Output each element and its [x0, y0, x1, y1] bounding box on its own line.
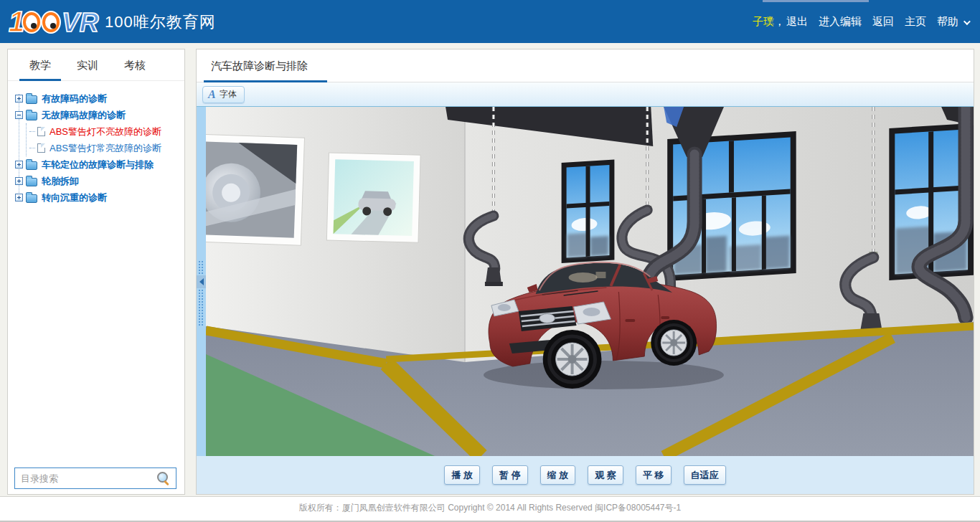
observe-button[interactable]: 观 察: [588, 465, 623, 485]
folder-icon: [26, 161, 37, 170]
document-icon: [37, 127, 45, 136]
content-tabbar: 汽车故障诊断与排除: [197, 49, 974, 82]
font-a-icon: A: [208, 89, 216, 100]
tree-node-folder[interactable]: 车轮定位的故障诊断与排除: [15, 156, 184, 173]
tree-children: ABS警告灯不亮故障的诊断 ABS警告灯常亮故障的诊断: [26, 123, 184, 156]
tab-teaching[interactable]: 教学: [17, 49, 64, 80]
search-icon[interactable]: [157, 472, 170, 485]
folder-open-icon: [26, 112, 37, 120]
tab-assessment[interactable]: 考核: [111, 49, 159, 80]
zoom-button[interactable]: 缩 放: [540, 465, 576, 485]
tree-node-folder[interactable]: 无故障码故障的诊断: [15, 107, 184, 123]
footer: 版权所有：厦门凤凰创壹软件有限公司 Copyright © 2014 All R…: [0, 496, 980, 522]
catalog-search: [14, 468, 176, 489]
enter-edit-link[interactable]: 进入编辑: [819, 15, 862, 29]
search-input[interactable]: [15, 473, 157, 484]
chevron-down-icon: [963, 18, 971, 25]
header-accent-strip: [763, 0, 869, 2]
collapse-arrow-button[interactable]: [197, 275, 206, 288]
tree-node-doc[interactable]: ABS警告灯常亮故障的诊断: [29, 140, 184, 156]
expand-plus-icon[interactable]: [15, 161, 23, 169]
arrow-left-icon: [196, 278, 204, 285]
header-nav: 子璞 ， 退出 进入编辑 返回 主页 帮助: [753, 15, 969, 29]
logo-100vr-icon: 1 VR: [7, 4, 102, 39]
document-icon: [37, 143, 45, 153]
copyright-text: 版权所有：厦门凤凰创壹软件有限公司 Copyright © 2014 All R…: [299, 503, 681, 513]
splitter-grip: [198, 260, 204, 327]
folder-icon: [26, 194, 37, 203]
username[interactable]: 子璞: [753, 15, 774, 29]
sidebar: 教学 实训 考核 有故障码的诊断 无故障码故障的诊断 ABS警告灯不亮故障的诊断…: [7, 49, 185, 495]
logout-link[interactable]: 退出: [786, 15, 808, 29]
pan-button[interactable]: 平 移: [636, 465, 672, 485]
svg-text:VR: VR: [62, 8, 99, 37]
window: [562, 159, 615, 263]
collapse-minus-icon[interactable]: [15, 111, 23, 119]
back-link[interactable]: 返回: [872, 15, 894, 29]
front-wheel: [543, 330, 602, 389]
tree-node-folder[interactable]: 轮胎拆卸: [15, 173, 184, 189]
3d-garage-scene[interactable]: [206, 107, 974, 456]
tab-training[interactable]: 实训: [64, 49, 111, 80]
picture-frame-headlight: [206, 134, 305, 245]
rear-wheel: [651, 320, 697, 366]
font-button[interactable]: A 字体: [202, 86, 245, 103]
main-panel: 汽车故障诊断与排除 A 字体: [196, 49, 974, 495]
expand-plus-icon[interactable]: [15, 194, 23, 201]
username-separator: ，: [774, 15, 785, 29]
garage-render[interactable]: [206, 107, 974, 456]
tab-course-title[interactable]: 汽车故障诊断与排除: [211, 49, 308, 82]
expand-plus-icon[interactable]: [15, 177, 23, 185]
expand-plus-icon[interactable]: [15, 95, 23, 103]
play-button[interactable]: 播 放: [444, 465, 480, 485]
viewer-controls: 播 放 暂 停 缩 放 观 察 平 移 自适应: [197, 456, 974, 494]
viewer-area: [197, 107, 974, 456]
tree-node-doc-selected[interactable]: ABS警告灯不亮故障的诊断: [29, 123, 184, 140]
sidebar-collapse-splitter[interactable]: [197, 107, 206, 456]
tree-node-folder[interactable]: 有故障码的诊断: [15, 90, 184, 107]
fit-button[interactable]: 自适应: [684, 465, 726, 485]
pause-button[interactable]: 暂 停: [492, 465, 528, 485]
picture-frame-car: [326, 153, 420, 242]
course-tree: 有故障码的诊断 无故障码故障的诊断 ABS警告灯不亮故障的诊断 ABS警告灯常亮…: [8, 81, 184, 206]
header: 1 VR 100唯尔教育网 子璞 ， 退出 进入编辑 返回 主页 帮助: [0, 0, 980, 43]
viewer-toolbar: A 字体: [197, 82, 974, 107]
folder-icon: [26, 178, 37, 186]
home-link[interactable]: 主页: [905, 15, 926, 29]
sidebar-tabs: 教学 实训 考核: [8, 49, 184, 81]
folder-icon: [26, 95, 37, 104]
help-menu[interactable]: 帮助: [937, 15, 969, 29]
site-logo[interactable]: 1 VR: [7, 4, 102, 39]
tree-node-folder[interactable]: 转向沉重的诊断: [15, 189, 184, 206]
site-title: 100唯尔教育网: [105, 11, 216, 33]
